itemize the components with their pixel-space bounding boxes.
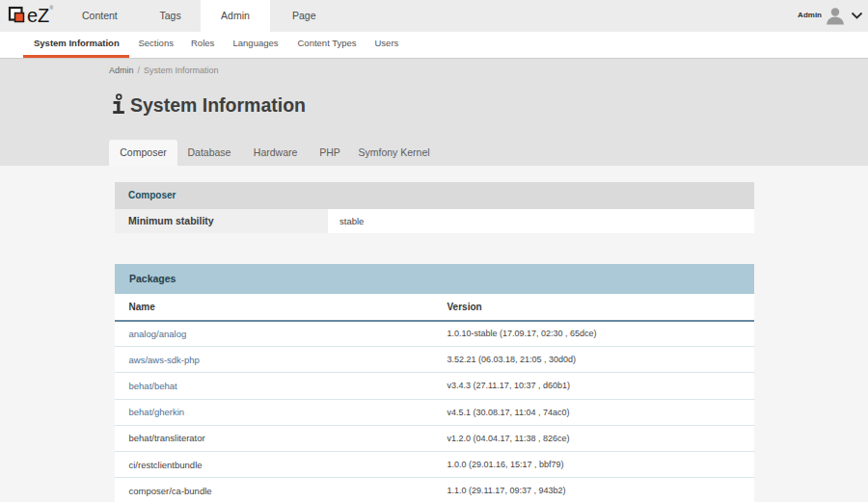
svg-text:eZ: eZ [27, 5, 49, 26]
svg-text:®: ® [50, 5, 54, 11]
